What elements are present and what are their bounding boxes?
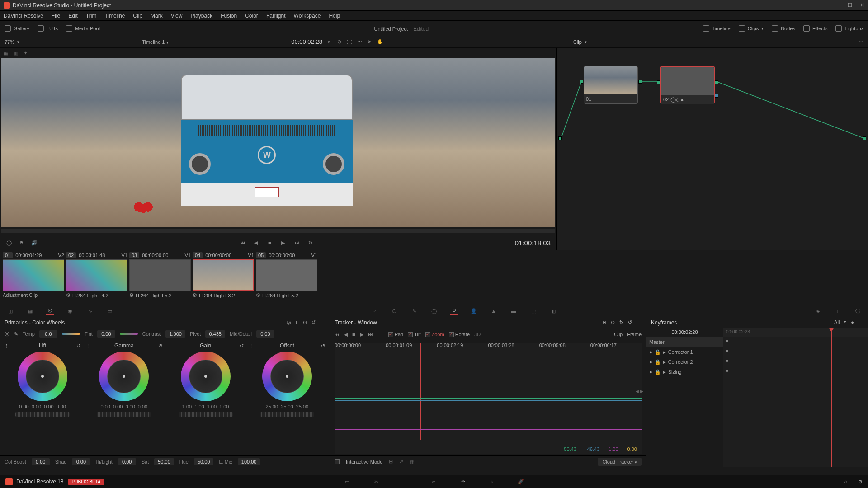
ws-luts[interactable]: LUTs	[38, 25, 58, 32]
more-icon[interactable]: ⋯	[637, 319, 642, 325]
colboost-value[interactable]: 0.00	[32, 458, 50, 465]
more-icon[interactable]: ⋯	[320, 319, 325, 325]
wheel-value[interactable]: 25.00	[266, 404, 278, 409]
bsm-icon[interactable]: ▲	[490, 307, 498, 315]
wheel-jog[interactable]	[97, 412, 151, 417]
graph-output-port[interactable]	[863, 136, 866, 140]
tint-slider[interactable]	[120, 333, 138, 335]
color-wheels-icon[interactable]: ◎	[46, 307, 54, 315]
keyframe-track[interactable]: 00:00:02:23	[723, 328, 868, 467]
wheel-value[interactable]: 0.00	[32, 404, 41, 409]
curves-icon[interactable]: ⟋	[370, 307, 378, 315]
maximize-button[interactable]: ☐	[848, 2, 852, 8]
tracker-icon[interactable]: ⊕	[450, 307, 458, 315]
clip-thumbnail[interactable]	[129, 259, 191, 291]
delete-point-icon[interactable]: 🗑	[410, 459, 415, 465]
wheel-jog[interactable]	[260, 412, 314, 417]
temp-slider[interactable]	[62, 333, 80, 335]
wheel-value[interactable]: 1.00	[182, 404, 192, 409]
wheels-mode-icon[interactable]: ◎	[287, 319, 291, 325]
node-01[interactable]: 01	[584, 66, 638, 104]
track-fwd-button[interactable]: ▶	[360, 332, 363, 338]
wheel-reset-icon[interactable]: ↺	[158, 343, 162, 349]
color-warper-icon[interactable]: ⬡	[390, 307, 398, 315]
kf-toggle-icon[interactable]: ●	[649, 359, 652, 365]
track-rev-one-button[interactable]: ⏮	[335, 332, 340, 337]
node-output-port[interactable]	[638, 80, 642, 84]
ws-mediapool[interactable]: Media Pool	[66, 25, 100, 32]
stop-button[interactable]: ■	[266, 239, 273, 246]
key-icon[interactable]: ▬	[509, 307, 518, 315]
expand-icon[interactable]: ▸	[663, 369, 666, 375]
keyframe-marker[interactable]	[726, 350, 728, 352]
chevron-down-icon[interactable]: ▾	[844, 319, 846, 325]
loop-button[interactable]: ↻	[307, 239, 314, 246]
viewer-image[interactable]: W	[1, 58, 555, 227]
node-output-port[interactable]	[715, 80, 718, 84]
clip-thumbnail[interactable]	[66, 259, 127, 291]
pick-white-icon[interactable]: ✎	[14, 331, 18, 337]
ws-gallery[interactable]: Gallery	[5, 25, 29, 32]
window-icon[interactable]: ◯	[430, 307, 438, 315]
menu-file[interactable]: File	[52, 13, 60, 19]
frame-mode-button[interactable]: Frame	[627, 332, 642, 337]
close-button[interactable]: ✕	[860, 2, 864, 8]
expand-icon[interactable]: ⛶	[347, 39, 352, 45]
sizing-icon[interactable]: ⬚	[529, 307, 538, 315]
color-wheel[interactable]	[181, 352, 231, 401]
kf-mode-icon[interactable]: ●	[851, 319, 854, 325]
wheel-value[interactable]: 0.00	[101, 404, 110, 409]
last-frame-button[interactable]: ⏭	[293, 239, 300, 246]
motion-effects-icon[interactable]: ▭	[106, 307, 114, 315]
3d-icon[interactable]: ◧	[549, 307, 557, 315]
zoom-checkbox[interactable]: Zoom	[425, 332, 444, 337]
info-icon[interactable]: ⓘ	[854, 307, 862, 315]
menu-mark[interactable]: Mark	[151, 13, 163, 19]
qualifier-icon[interactable]: ✎	[410, 307, 418, 315]
page-cut[interactable]: ✂	[372, 477, 381, 486]
wheel-jog[interactable]	[179, 412, 233, 417]
fx-mode-icon[interactable]: fx	[619, 319, 623, 325]
wheel-picker-icon[interactable]: ⊹	[249, 343, 253, 349]
tilt-checkbox[interactable]: Tilt	[408, 332, 420, 337]
color-wheel[interactable]	[18, 352, 67, 401]
first-frame-button[interactable]: ⏮	[239, 239, 246, 246]
clip-mode[interactable]: Clip	[573, 39, 582, 45]
track-stop-button[interactable]: ■	[352, 332, 355, 337]
wheel-jog[interactable]	[15, 412, 70, 417]
menu-workspace[interactable]: Workspace	[294, 13, 321, 19]
track-fwd-one-button[interactable]: ⏭	[368, 332, 373, 337]
color-wheel[interactable]	[99, 352, 149, 401]
kf-row-corrector2[interactable]: ●🔒▸Corrector 2	[646, 357, 723, 367]
kf-row-corrector1[interactable]: ●🔒▸Corrector 1	[646, 347, 723, 357]
pointer-icon[interactable]: ➤	[368, 39, 372, 45]
speaker-icon[interactable]: 🔊	[31, 239, 38, 246]
reset-icon[interactable]: ↺	[311, 319, 316, 325]
wheel-value[interactable]: 0.00	[125, 404, 135, 409]
hdr-wheels-icon[interactable]: ◉	[66, 307, 74, 315]
transport-timecode[interactable]: 01:00:18:03	[515, 239, 551, 247]
ws-lightbox[interactable]: Lightbox	[835, 25, 863, 32]
menu-trim[interactable]: Trim	[86, 13, 97, 19]
chevron-down-icon[interactable]: ▾	[166, 40, 169, 45]
graph-input-port[interactable]	[558, 136, 562, 140]
keyframe-playhead[interactable]	[831, 328, 832, 467]
tint-value[interactable]: 0.00	[97, 330, 115, 338]
node-input-port[interactable]	[657, 80, 660, 84]
ws-effects[interactable]: Effects	[803, 25, 827, 32]
ws-clips[interactable]: Clips▾	[739, 25, 764, 32]
keyframe-marker[interactable]	[726, 370, 728, 372]
wheel-value[interactable]: 0.00	[138, 404, 147, 409]
page-fairlight[interactable]: ♪	[487, 477, 496, 486]
wheel-value[interactable]: 0.00	[44, 404, 53, 409]
minimize-button[interactable]: ─	[836, 2, 840, 8]
wheel-value[interactable]: 1.00	[207, 404, 217, 409]
menu-view[interactable]: View	[171, 13, 183, 19]
lock-icon[interactable]: 🔒	[655, 369, 661, 375]
zoom-percent[interactable]: 77%	[5, 39, 14, 45]
sat-value[interactable]: 50.00	[154, 458, 174, 465]
flag-icon[interactable]: ⚑	[18, 239, 25, 246]
page-deliver[interactable]: 🚀	[516, 477, 525, 486]
stabilizer-mode-icon[interactable]: ⊙	[611, 319, 615, 325]
log-mode-icon[interactable]: ⊙	[303, 319, 307, 325]
